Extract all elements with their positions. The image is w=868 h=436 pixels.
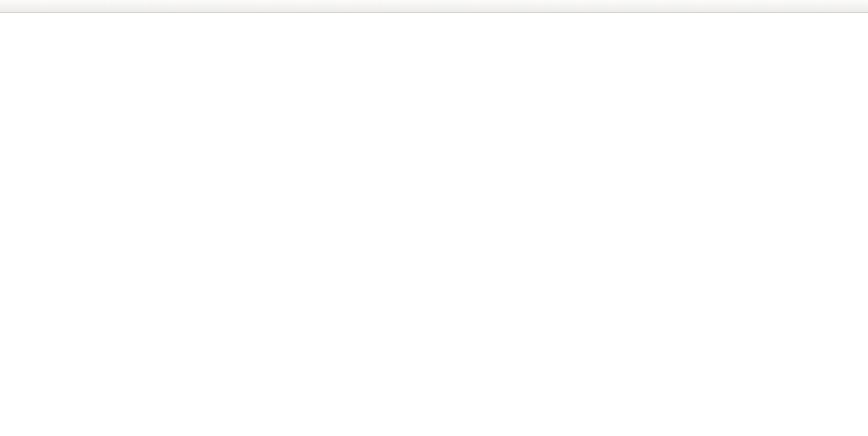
chart-window — [0, 0, 868, 436]
main-toolbar — [0, 0, 868, 13]
mt4-terminal: { "toolbar": { "groups": [ {"grip": true… — [0, 0, 868, 436]
